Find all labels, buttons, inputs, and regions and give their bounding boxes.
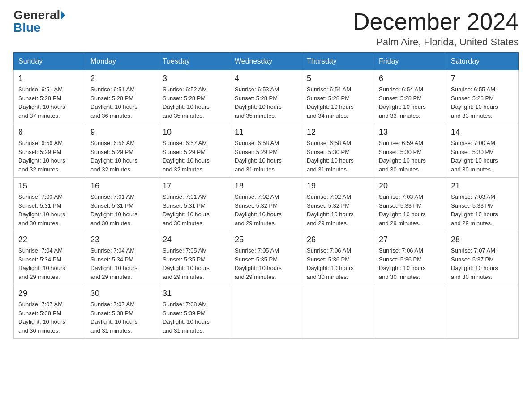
calendar-cell: 14 Sunrise: 7:00 AM Sunset: 5:30 PM Dayl… xyxy=(446,124,519,178)
day-number: 21 xyxy=(451,181,514,191)
calendar-cell: 5 Sunrise: 6:54 AM Sunset: 5:28 PM Dayli… xyxy=(302,70,374,124)
month-title: December 2024 xyxy=(353,9,519,34)
calendar-cell: 27 Sunrise: 7:06 AM Sunset: 5:36 PM Dayl… xyxy=(374,231,446,285)
calendar-cell: 15 Sunrise: 7:00 AM Sunset: 5:31 PM Dayl… xyxy=(14,178,86,231)
day-number: 5 xyxy=(307,74,369,83)
calendar-cell: 3 Sunrise: 6:52 AM Sunset: 5:28 PM Dayli… xyxy=(158,70,230,124)
calendar-cell: 25 Sunrise: 7:05 AM Sunset: 5:35 PM Dayl… xyxy=(230,231,302,285)
day-info: Sunrise: 6:52 AM Sunset: 5:28 PM Dayligh… xyxy=(163,85,225,120)
calendar-cell xyxy=(302,285,374,339)
calendar-cell: 12 Sunrise: 6:58 AM Sunset: 5:30 PM Dayl… xyxy=(302,124,374,178)
day-info: Sunrise: 7:03 AM Sunset: 5:33 PM Dayligh… xyxy=(451,193,514,227)
day-info: Sunrise: 6:54 AM Sunset: 5:28 PM Dayligh… xyxy=(307,85,369,120)
day-number: 22 xyxy=(18,235,81,244)
day-info: Sunrise: 6:58 AM Sunset: 5:30 PM Dayligh… xyxy=(307,139,369,174)
weekday-header-tuesday: Tuesday xyxy=(158,53,230,70)
calendar-cell: 7 Sunrise: 6:55 AM Sunset: 5:28 PM Dayli… xyxy=(446,70,519,124)
calendar-cell: 2 Sunrise: 6:51 AM Sunset: 5:28 PM Dayli… xyxy=(86,70,158,124)
day-info: Sunrise: 7:02 AM Sunset: 5:32 PM Dayligh… xyxy=(307,193,369,227)
calendar-cell: 9 Sunrise: 6:56 AM Sunset: 5:29 PM Dayli… xyxy=(86,124,158,178)
calendar-cell: 1 Sunrise: 6:51 AM Sunset: 5:28 PM Dayli… xyxy=(14,70,86,124)
calendar-cell: 21 Sunrise: 7:03 AM Sunset: 5:33 PM Dayl… xyxy=(446,178,519,231)
weekday-header-friday: Friday xyxy=(374,53,446,70)
calendar-cell: 16 Sunrise: 7:01 AM Sunset: 5:31 PM Dayl… xyxy=(86,178,158,231)
day-number: 17 xyxy=(163,181,225,191)
day-number: 7 xyxy=(451,74,514,83)
day-number: 28 xyxy=(451,235,514,244)
day-info: Sunrise: 7:01 AM Sunset: 5:31 PM Dayligh… xyxy=(90,193,153,227)
day-info: Sunrise: 7:07 AM Sunset: 5:38 PM Dayligh… xyxy=(90,300,153,335)
weekday-header-thursday: Thursday xyxy=(302,53,374,70)
calendar-cell: 26 Sunrise: 7:06 AM Sunset: 5:36 PM Dayl… xyxy=(302,231,374,285)
day-info: Sunrise: 7:05 AM Sunset: 5:35 PM Dayligh… xyxy=(235,246,297,281)
page-header: General Blue December 2024 Palm Aire, Fl… xyxy=(13,9,519,48)
day-info: Sunrise: 7:06 AM Sunset: 5:36 PM Dayligh… xyxy=(379,246,442,281)
day-number: 23 xyxy=(90,235,153,244)
weekday-header-sunday: Sunday xyxy=(14,53,86,70)
day-number: 11 xyxy=(235,128,297,137)
day-info: Sunrise: 6:54 AM Sunset: 5:28 PM Dayligh… xyxy=(379,85,442,120)
day-number: 3 xyxy=(163,74,225,83)
logo: General Blue xyxy=(13,9,65,34)
day-number: 13 xyxy=(379,128,442,137)
calendar-cell: 24 Sunrise: 7:05 AM Sunset: 5:35 PM Dayl… xyxy=(158,231,230,285)
calendar-cell: 4 Sunrise: 6:53 AM Sunset: 5:28 PM Dayli… xyxy=(230,70,302,124)
calendar-cell: 28 Sunrise: 7:07 AM Sunset: 5:37 PM Dayl… xyxy=(446,231,519,285)
day-number: 24 xyxy=(163,235,225,244)
day-number: 15 xyxy=(18,181,81,191)
day-info: Sunrise: 7:05 AM Sunset: 5:35 PM Dayligh… xyxy=(163,246,225,281)
day-number: 16 xyxy=(90,181,153,191)
calendar-week-4: 22 Sunrise: 7:04 AM Sunset: 5:34 PM Dayl… xyxy=(14,231,519,285)
day-info: Sunrise: 7:04 AM Sunset: 5:34 PM Dayligh… xyxy=(90,246,153,281)
calendar-cell: 18 Sunrise: 7:02 AM Sunset: 5:32 PM Dayl… xyxy=(230,178,302,231)
day-number: 2 xyxy=(90,74,153,83)
calendar-cell: 29 Sunrise: 7:07 AM Sunset: 5:38 PM Dayl… xyxy=(14,285,86,339)
calendar-cell: 30 Sunrise: 7:07 AM Sunset: 5:38 PM Dayl… xyxy=(86,285,158,339)
day-number: 1 xyxy=(18,74,81,83)
logo-general-text: General xyxy=(13,9,60,21)
calendar-cell: 19 Sunrise: 7:02 AM Sunset: 5:32 PM Dayl… xyxy=(302,178,374,231)
calendar-cell: 20 Sunrise: 7:03 AM Sunset: 5:33 PM Dayl… xyxy=(374,178,446,231)
day-number: 6 xyxy=(379,74,442,83)
calendar-week-3: 15 Sunrise: 7:00 AM Sunset: 5:31 PM Dayl… xyxy=(14,178,519,231)
day-number: 12 xyxy=(307,128,369,137)
day-info: Sunrise: 7:08 AM Sunset: 5:39 PM Dayligh… xyxy=(163,300,225,335)
location-title: Palm Aire, Florida, United States xyxy=(353,36,519,48)
day-number: 25 xyxy=(235,235,297,244)
title-section: December 2024 Palm Aire, Florida, United… xyxy=(353,9,519,48)
day-number: 30 xyxy=(90,289,153,298)
calendar-cell: 10 Sunrise: 6:57 AM Sunset: 5:29 PM Dayl… xyxy=(158,124,230,178)
logo-arrow-icon xyxy=(61,11,65,20)
day-info: Sunrise: 7:01 AM Sunset: 5:31 PM Dayligh… xyxy=(163,193,225,227)
weekday-header-monday: Monday xyxy=(86,53,158,70)
day-info: Sunrise: 7:00 AM Sunset: 5:31 PM Dayligh… xyxy=(18,193,81,227)
calendar-cell: 17 Sunrise: 7:01 AM Sunset: 5:31 PM Dayl… xyxy=(158,178,230,231)
calendar-cell xyxy=(446,285,519,339)
day-info: Sunrise: 6:57 AM Sunset: 5:29 PM Dayligh… xyxy=(163,139,225,174)
day-info: Sunrise: 6:51 AM Sunset: 5:28 PM Dayligh… xyxy=(90,85,153,120)
day-number: 29 xyxy=(18,289,81,298)
day-number: 20 xyxy=(379,181,442,191)
calendar-cell: 11 Sunrise: 6:58 AM Sunset: 5:29 PM Dayl… xyxy=(230,124,302,178)
day-info: Sunrise: 7:02 AM Sunset: 5:32 PM Dayligh… xyxy=(235,193,297,227)
logo-blue-text: Blue xyxy=(13,21,41,34)
calendar-cell: 22 Sunrise: 7:04 AM Sunset: 5:34 PM Dayl… xyxy=(14,231,86,285)
day-number: 4 xyxy=(235,74,297,83)
day-info: Sunrise: 6:53 AM Sunset: 5:28 PM Dayligh… xyxy=(235,85,297,120)
weekday-header-saturday: Saturday xyxy=(446,53,519,70)
weekday-header-wednesday: Wednesday xyxy=(230,53,302,70)
day-info: Sunrise: 6:56 AM Sunset: 5:29 PM Dayligh… xyxy=(18,139,81,174)
day-number: 14 xyxy=(451,128,514,137)
calendar-cell xyxy=(374,285,446,339)
day-info: Sunrise: 7:04 AM Sunset: 5:34 PM Dayligh… xyxy=(18,246,81,281)
day-number: 31 xyxy=(163,289,225,298)
calendar-cell xyxy=(230,285,302,339)
day-info: Sunrise: 7:00 AM Sunset: 5:30 PM Dayligh… xyxy=(451,139,514,174)
calendar-cell: 31 Sunrise: 7:08 AM Sunset: 5:39 PM Dayl… xyxy=(158,285,230,339)
day-number: 27 xyxy=(379,235,442,244)
calendar-week-1: 1 Sunrise: 6:51 AM Sunset: 5:28 PM Dayli… xyxy=(14,70,519,124)
day-info: Sunrise: 7:06 AM Sunset: 5:36 PM Dayligh… xyxy=(307,246,369,281)
day-info: Sunrise: 6:58 AM Sunset: 5:29 PM Dayligh… xyxy=(235,139,297,174)
day-info: Sunrise: 7:07 AM Sunset: 5:37 PM Dayligh… xyxy=(451,246,514,281)
day-number: 26 xyxy=(307,235,369,244)
